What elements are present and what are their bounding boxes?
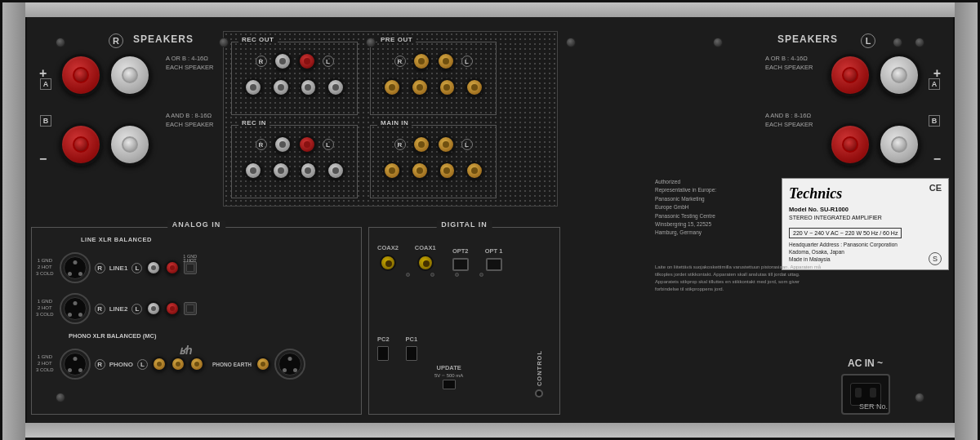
- right-speaker-white-bottom: [878, 123, 920, 166]
- screw-bl: [56, 393, 65, 402]
- line1-xlr-r: [60, 252, 91, 283]
- safety-text: Laite on liitettävä suojakoskettimilla v…: [655, 264, 822, 293]
- opt2-label: OPT2: [452, 247, 469, 255]
- left-speaker-spec: A OR B : 4-16Ω EACH SPEAKER: [166, 54, 213, 73]
- right-pillar: [955, 2, 978, 440]
- screw-br: [915, 393, 924, 402]
- body-area: R SPEAKERS + − A A OR B : 4-16Ω EACH SPE…: [25, 17, 955, 423]
- main-in-gold2: [437, 136, 455, 153]
- rec-out-box: REC OUT R L: [231, 42, 358, 115]
- update-spec: 5V ⎓ 500 mA: [434, 373, 463, 378]
- left-speaker-white-bottom: [109, 123, 151, 166]
- screw-top-mid2: [366, 38, 376, 47]
- update-usb-port: [443, 380, 456, 389]
- pre-out-r-gold1: [412, 52, 430, 70]
- pre-out-l-label: L: [461, 56, 473, 67]
- rec-in-white5: [327, 162, 345, 180]
- left-speaker-channel-label: R: [109, 33, 123, 48]
- pre-out-label: PRE OUT: [377, 36, 416, 43]
- ser-no-label: SER No.: [859, 402, 888, 411]
- phono-earth-label: PHONO EARTH: [212, 362, 252, 367]
- phono-xlr-label: PHONO XLR BALANCED (MC): [69, 332, 157, 340]
- right-speaker-red-top: [829, 54, 871, 96]
- screw-top-mid4: [713, 38, 723, 47]
- rec-out-l-label: L: [323, 56, 334, 67]
- rec-in-label: REC IN: [238, 119, 270, 127]
- main-in-box: MAIN IN R L: [370, 125, 497, 198]
- line2-rca-red: [165, 301, 180, 316]
- usb-row: PC2 PC1: [377, 336, 417, 361]
- screw-top-mid1: [219, 38, 229, 47]
- line2-xlr-r: [60, 293, 91, 324]
- line-xlr-balanced-label: LINE XLR BALANCED: [81, 236, 152, 243]
- pre-out-gold6: [466, 78, 483, 96]
- left-speaker-a-label: A: [40, 78, 51, 90]
- pre-out-gold4: [411, 78, 429, 96]
- pc1-label: PC1: [406, 336, 418, 343]
- pc1-usb: [406, 346, 417, 361]
- pre-out-gold2: [437, 52, 455, 70]
- led-indicators: [406, 273, 483, 277]
- right-speaker-channel-label: L: [861, 33, 875, 48]
- rec-in-white4: [300, 162, 318, 180]
- left-speaker-minus-top: −: [39, 152, 47, 167]
- coax-row: COAX2 COAX1 OPT2 OPT 1: [377, 244, 502, 271]
- left-speaker-red-top: [60, 54, 102, 96]
- pre-out-gold3: [383, 78, 401, 96]
- phono-rca-gold3: [189, 357, 204, 371]
- coax1-label: COAX1: [415, 244, 436, 251]
- rec-out-r-connector: [274, 52, 292, 70]
- s-safety-mark: S: [929, 252, 942, 265]
- digital-in-section: DIGITAL IN COAX2 COAX1 OPT2 OPT 1: [368, 227, 560, 415]
- model-no: Model No. SU-R1000: [789, 206, 942, 213]
- main-in-label: MAIN IN: [377, 119, 412, 127]
- update-label: UPDATE: [437, 364, 461, 371]
- technics-brand: Technics: [789, 185, 942, 202]
- pc2-usb: [377, 346, 389, 361]
- top-strip: [2, 2, 978, 17]
- screw-tl: [56, 38, 65, 47]
- line2-rca-white: [146, 301, 161, 316]
- phono-rca-gold2: [171, 357, 185, 371]
- rec-out-white2: [272, 78, 290, 96]
- line1-push-button[interactable]: 1 GND 2 HOT: [184, 261, 197, 274]
- right-speaker-red-bottom: [829, 123, 871, 166]
- digital-in-label: DIGITAL IN: [436, 220, 492, 229]
- opt1-connector: [486, 258, 502, 271]
- phono-row: 1 GND2 HOT3 COLD R PHONO L PHONO EARTH: [36, 349, 305, 380]
- main-in-gold4: [411, 162, 429, 180]
- rec-out-label: REC OUT: [238, 36, 278, 43]
- rec-out-white1: [244, 78, 262, 96]
- right-speaker-spec: A OR B : 4-16Ω EACH SPEAKER: [765, 54, 813, 73]
- left-speaker-red-bottom: [60, 123, 102, 166]
- pre-out-r-label: R: [394, 56, 406, 67]
- line1-row: 1 GND2 HOT3 COLD R LINE1 L: [36, 252, 197, 283]
- rec-out-white4: [327, 78, 345, 96]
- right-speaker-a-label: A: [929, 78, 940, 90]
- pre-out-box: PRE OUT R L: [370, 42, 497, 115]
- line1-rca-white: [146, 260, 161, 275]
- rec-in-red1: [298, 136, 316, 153]
- opt2-connector: [452, 258, 469, 271]
- control-port: [535, 389, 543, 398]
- main-panel: R SPEAKERS + − A A OR B : 4-16Ω EACH SPE…: [0, 0, 980, 440]
- right-info-panel: Authorized Representative in Europe: Pan…: [655, 178, 949, 415]
- hq-info: Headquarter Address : Panasonic Corporat…: [789, 241, 942, 263]
- line2-push-button[interactable]: [184, 302, 197, 315]
- main-in-gold6: [466, 162, 483, 180]
- rec-in-white3: [272, 162, 290, 180]
- main-in-gold1: [412, 136, 430, 153]
- rec-out-r-label: R: [256, 56, 267, 67]
- phono-xlr-r: [60, 349, 91, 380]
- control-label: CONTROL: [536, 350, 543, 386]
- opt1-label: OPT 1: [485, 247, 503, 255]
- line2-row: 1 GND2 HOT3 COLD R LINE2 L: [36, 293, 197, 324]
- right-speaker-b-label: B: [929, 115, 940, 127]
- phono-earth-rca: [256, 357, 270, 371]
- screw-tr: [915, 38, 924, 47]
- rec-out-white3: [300, 78, 318, 96]
- line1-label: LINE1: [109, 264, 128, 272]
- center-connector-section: REC OUT R L: [223, 27, 558, 219]
- line2-label: LINE2: [109, 305, 128, 313]
- coax2-label: COAX2: [377, 244, 399, 251]
